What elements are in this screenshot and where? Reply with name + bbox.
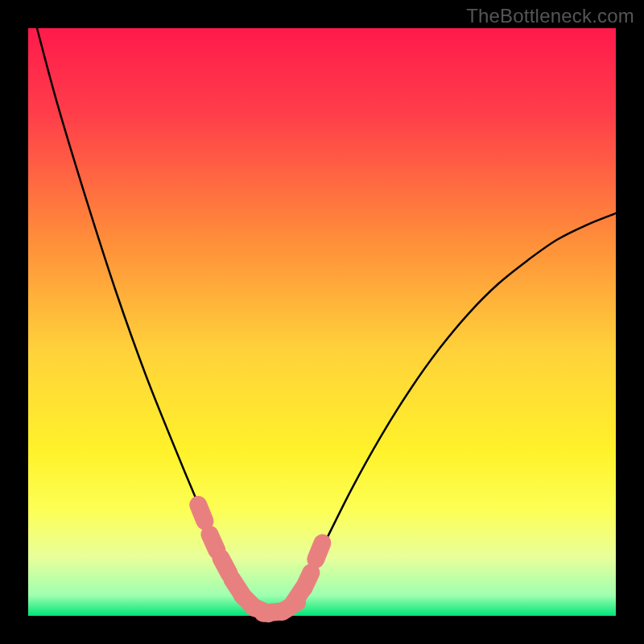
chart-frame: TheBottleneck.com bbox=[0, 0, 644, 644]
plot-background bbox=[28, 28, 616, 616]
watermark-text: TheBottleneck.com bbox=[466, 5, 634, 27]
